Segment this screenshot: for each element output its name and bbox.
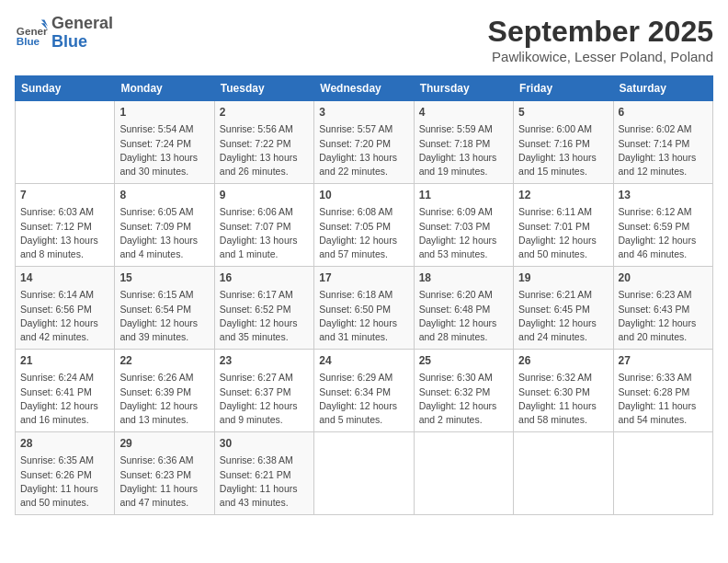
- month-title: September 2025: [488, 15, 713, 49]
- logo-icon: General Blue: [15, 17, 48, 50]
- weekday-header-friday: Friday: [514, 76, 613, 101]
- day-info: Sunrise: 6:05 AM Sunset: 7:09 PM Dayligh…: [119, 205, 209, 261]
- calendar-cell: 8Sunrise: 6:05 AM Sunset: 7:09 PM Daylig…: [115, 184, 214, 267]
- day-info: Sunrise: 6:15 AM Sunset: 6:54 PM Dayligh…: [119, 288, 209, 344]
- day-info: Sunrise: 5:57 AM Sunset: 7:20 PM Dayligh…: [319, 122, 408, 178]
- weekday-header-thursday: Thursday: [414, 76, 513, 101]
- day-info: Sunrise: 6:21 AM Sunset: 6:45 PM Dayligh…: [518, 288, 608, 344]
- calendar-week-row: 7Sunrise: 6:03 AM Sunset: 7:12 PM Daylig…: [16, 184, 713, 267]
- calendar-cell: 4Sunrise: 5:59 AM Sunset: 7:18 PM Daylig…: [414, 101, 513, 184]
- day-number: 1: [119, 105, 209, 121]
- day-info: Sunrise: 6:08 AM Sunset: 7:05 PM Dayligh…: [319, 205, 408, 261]
- svg-text:Blue: Blue: [17, 34, 40, 46]
- day-info: Sunrise: 6:35 AM Sunset: 6:26 PM Dayligh…: [20, 454, 109, 510]
- day-info: Sunrise: 6:06 AM Sunset: 7:07 PM Dayligh…: [220, 205, 309, 261]
- day-info: Sunrise: 6:32 AM Sunset: 6:30 PM Dayligh…: [518, 371, 608, 427]
- day-number: 7: [20, 188, 109, 203]
- calendar-cell: 6Sunrise: 6:02 AM Sunset: 7:14 PM Daylig…: [613, 101, 712, 184]
- day-number: 16: [220, 270, 309, 286]
- calendar-cell: 13Sunrise: 6:12 AM Sunset: 6:59 PM Dayli…: [613, 184, 712, 267]
- weekday-header-row: SundayMondayTuesdayWednesdayThursdayFrid…: [16, 76, 713, 101]
- day-number: 27: [619, 353, 708, 369]
- calendar-cell: [16, 101, 115, 184]
- day-info: Sunrise: 6:29 AM Sunset: 6:34 PM Dayligh…: [319, 371, 408, 427]
- day-info: Sunrise: 6:09 AM Sunset: 7:03 PM Dayligh…: [419, 205, 508, 261]
- calendar-cell: 16Sunrise: 6:17 AM Sunset: 6:52 PM Dayli…: [214, 267, 313, 350]
- day-number: 11: [419, 188, 508, 203]
- day-number: 23: [220, 353, 309, 369]
- calendar-cell: [613, 432, 712, 515]
- day-info: Sunrise: 6:00 AM Sunset: 7:16 PM Dayligh…: [518, 122, 608, 178]
- day-number: 13: [619, 188, 708, 203]
- calendar-week-row: 21Sunrise: 6:24 AM Sunset: 6:41 PM Dayli…: [16, 350, 713, 432]
- day-info: Sunrise: 6:12 AM Sunset: 6:59 PM Dayligh…: [619, 205, 708, 261]
- day-number: 9: [220, 188, 309, 203]
- day-info: Sunrise: 6:30 AM Sunset: 6:32 PM Dayligh…: [419, 371, 508, 427]
- weekday-header-wednesday: Wednesday: [314, 76, 414, 101]
- day-info: Sunrise: 6:33 AM Sunset: 6:28 PM Dayligh…: [619, 371, 708, 427]
- day-number: 8: [119, 188, 209, 203]
- calendar-cell: [414, 432, 513, 515]
- calendar-week-row: 14Sunrise: 6:14 AM Sunset: 6:56 PM Dayli…: [16, 267, 713, 350]
- day-info: Sunrise: 6:23 AM Sunset: 6:43 PM Dayligh…: [619, 288, 708, 344]
- location-title: Pawlikowice, Lesser Poland, Poland: [488, 49, 713, 64]
- day-number: 26: [518, 353, 608, 369]
- day-number: 25: [419, 353, 508, 369]
- calendar-cell: 28Sunrise: 6:35 AM Sunset: 6:26 PM Dayli…: [16, 432, 115, 515]
- day-info: Sunrise: 6:03 AM Sunset: 7:12 PM Dayligh…: [20, 205, 109, 261]
- calendar-cell: 14Sunrise: 6:14 AM Sunset: 6:56 PM Dayli…: [16, 267, 115, 350]
- day-number: 6: [619, 105, 708, 121]
- calendar-cell: 7Sunrise: 6:03 AM Sunset: 7:12 PM Daylig…: [16, 184, 115, 267]
- day-number: 2: [220, 105, 309, 121]
- day-number: 29: [119, 436, 209, 452]
- calendar-cell: 3Sunrise: 5:57 AM Sunset: 7:20 PM Daylig…: [314, 101, 414, 184]
- day-info: Sunrise: 6:27 AM Sunset: 6:37 PM Dayligh…: [220, 371, 309, 427]
- calendar-cell: 5Sunrise: 6:00 AM Sunset: 7:16 PM Daylig…: [514, 101, 613, 184]
- day-number: 17: [319, 270, 408, 286]
- day-number: 18: [419, 270, 508, 286]
- day-number: 21: [20, 353, 109, 369]
- day-number: 22: [119, 353, 209, 369]
- day-info: Sunrise: 6:17 AM Sunset: 6:52 PM Dayligh…: [220, 288, 309, 344]
- weekday-header-sunday: Sunday: [16, 76, 115, 101]
- calendar-cell: 12Sunrise: 6:11 AM Sunset: 7:01 PM Dayli…: [514, 184, 613, 267]
- calendar-cell: 29Sunrise: 6:36 AM Sunset: 6:23 PM Dayli…: [115, 432, 214, 515]
- logo-text: General Blue: [51, 15, 113, 52]
- day-number: 3: [319, 105, 408, 121]
- calendar-cell: 17Sunrise: 6:18 AM Sunset: 6:50 PM Dayli…: [314, 267, 414, 350]
- calendar-cell: 22Sunrise: 6:26 AM Sunset: 6:39 PM Dayli…: [115, 350, 214, 432]
- calendar-cell: 11Sunrise: 6:09 AM Sunset: 7:03 PM Dayli…: [414, 184, 513, 267]
- calendar-cell: 20Sunrise: 6:23 AM Sunset: 6:43 PM Dayli…: [613, 267, 712, 350]
- day-info: Sunrise: 6:36 AM Sunset: 6:23 PM Dayligh…: [119, 454, 209, 510]
- day-info: Sunrise: 6:26 AM Sunset: 6:39 PM Dayligh…: [119, 371, 209, 427]
- day-info: Sunrise: 6:11 AM Sunset: 7:01 PM Dayligh…: [518, 205, 608, 261]
- day-info: Sunrise: 6:20 AM Sunset: 6:48 PM Dayligh…: [419, 288, 508, 344]
- calendar-cell: 27Sunrise: 6:33 AM Sunset: 6:28 PM Dayli…: [613, 350, 712, 432]
- page-header: General Blue General Blue September 2025…: [15, 15, 713, 64]
- calendar-cell: 15Sunrise: 6:15 AM Sunset: 6:54 PM Dayli…: [115, 267, 214, 350]
- logo: General Blue General Blue: [15, 15, 113, 52]
- day-number: 5: [518, 105, 608, 121]
- day-number: 30: [220, 436, 309, 452]
- day-number: 12: [518, 188, 608, 203]
- calendar-cell: 26Sunrise: 6:32 AM Sunset: 6:30 PM Dayli…: [514, 350, 613, 432]
- day-number: 19: [518, 270, 608, 286]
- weekday-header-tuesday: Tuesday: [214, 76, 313, 101]
- day-number: 15: [119, 270, 209, 286]
- calendar-cell: 9Sunrise: 6:06 AM Sunset: 7:07 PM Daylig…: [214, 184, 313, 267]
- calendar-cell: [314, 432, 414, 515]
- logo-general: General: [51, 15, 113, 33]
- day-number: 24: [319, 353, 408, 369]
- title-block: September 2025 Pawlikowice, Lesser Polan…: [488, 15, 713, 64]
- calendar-cell: 23Sunrise: 6:27 AM Sunset: 6:37 PM Dayli…: [214, 350, 313, 432]
- day-info: Sunrise: 6:18 AM Sunset: 6:50 PM Dayligh…: [319, 288, 408, 344]
- day-number: 20: [619, 270, 708, 286]
- weekday-header-monday: Monday: [115, 76, 214, 101]
- calendar-table: SundayMondayTuesdayWednesdayThursdayFrid…: [15, 75, 713, 515]
- day-info: Sunrise: 6:38 AM Sunset: 6:21 PM Dayligh…: [220, 454, 309, 510]
- calendar-cell: 21Sunrise: 6:24 AM Sunset: 6:41 PM Dayli…: [16, 350, 115, 432]
- calendar-week-row: 1Sunrise: 5:54 AM Sunset: 7:24 PM Daylig…: [16, 101, 713, 184]
- calendar-cell: 25Sunrise: 6:30 AM Sunset: 6:32 PM Dayli…: [414, 350, 513, 432]
- calendar-cell: 10Sunrise: 6:08 AM Sunset: 7:05 PM Dayli…: [314, 184, 414, 267]
- day-info: Sunrise: 5:54 AM Sunset: 7:24 PM Dayligh…: [119, 122, 209, 178]
